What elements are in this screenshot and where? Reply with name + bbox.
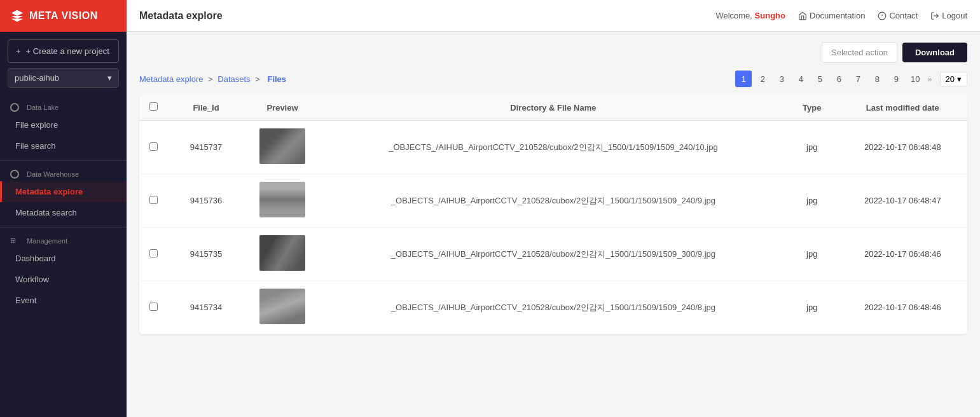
file-table: File_Id Preview Directory & File Name Ty… bbox=[139, 95, 967, 334]
preview-thumbnail bbox=[259, 235, 305, 271]
section-management-label: Management bbox=[27, 237, 67, 245]
row-modified: 2022-10-17 06:48:46 bbox=[838, 281, 967, 334]
row-checkbox[interactable] bbox=[139, 281, 168, 334]
page-more: » bbox=[926, 74, 933, 84]
sidebar-item-event[interactable]: Event bbox=[0, 290, 127, 311]
row-checkbox[interactable] bbox=[139, 174, 168, 228]
page-content: Selected action Download Metadata explor… bbox=[127, 32, 980, 417]
management-icon: ⊞ bbox=[10, 236, 19, 245]
sidebar-item-label: File search bbox=[15, 141, 56, 151]
row-type: jpg bbox=[786, 281, 838, 334]
sidebar-item-file-search[interactable]: File search bbox=[0, 135, 127, 156]
table-row: 9415736 _OBJECTS_/AIHUB_AirportCCTV_2105… bbox=[139, 174, 967, 228]
main-content: Metadata explore Welcome, Sungho Documen… bbox=[127, 0, 980, 417]
row-modified: 2022-10-17 06:48:47 bbox=[838, 174, 967, 228]
page-title: Metadata explore bbox=[139, 10, 223, 22]
data-warehouse-icon bbox=[10, 170, 19, 179]
sidebar-item-dashboard[interactable]: Dashboard bbox=[0, 248, 127, 269]
row-select-checkbox[interactable] bbox=[149, 249, 158, 257]
welcome-text: Welcome, Sungho bbox=[715, 11, 785, 20]
col-path: Directory & File Name bbox=[321, 95, 786, 121]
documentation-link[interactable]: Documentation bbox=[798, 11, 865, 20]
contact-icon bbox=[878, 11, 887, 20]
table-row: 9415737 _OBJECTS_/AIHUB_AirportCCTV_2105… bbox=[139, 121, 967, 174]
logout-label: Logout bbox=[942, 11, 967, 20]
row-modified: 2022-10-17 06:48:48 bbox=[838, 121, 967, 174]
row-file-id: 9415734 bbox=[168, 281, 244, 334]
row-checkbox[interactable] bbox=[139, 228, 168, 281]
section-data-lake: Data Lake bbox=[0, 98, 127, 114]
preview-thumbnail bbox=[259, 289, 305, 324]
documentation-label: Documentation bbox=[810, 11, 865, 20]
topbar-right: Welcome, Sungho Documentation Contact Lo… bbox=[715, 11, 967, 20]
table-header-row: File_Id Preview Directory & File Name Ty… bbox=[139, 95, 967, 121]
row-checkbox[interactable] bbox=[139, 121, 168, 174]
row-select-checkbox[interactable] bbox=[149, 196, 158, 204]
create-project-button[interactable]: + + Create a new project bbox=[8, 39, 119, 63]
sidebar-item-metadata-explore[interactable]: Metadata explore bbox=[0, 181, 127, 202]
breadcrumb-row: Metadata explore > Datasets > Files 1 2 … bbox=[139, 71, 967, 87]
breadcrumb-metadata-explore[interactable]: Metadata explore bbox=[139, 74, 203, 84]
breadcrumb-sep-2: > bbox=[255, 74, 262, 84]
create-project-label: + Create a new project bbox=[26, 46, 109, 56]
row-select-checkbox[interactable] bbox=[149, 303, 158, 311]
app-name: META VISION bbox=[29, 10, 98, 22]
page-4[interactable]: 4 bbox=[792, 71, 809, 87]
row-select-checkbox[interactable] bbox=[149, 142, 158, 151]
row-path: _OBJECTS_/AIHUB_AirportCCTV_210528/cubox… bbox=[321, 228, 786, 281]
data-lake-icon bbox=[10, 103, 19, 112]
sidebar-item-label: Event bbox=[15, 296, 36, 305]
page-8[interactable]: 8 bbox=[869, 71, 885, 87]
sidebar-item-label: Workflow bbox=[15, 275, 49, 284]
home-icon bbox=[798, 11, 807, 20]
table-row: 9415735 _OBJECTS_/AIHUB_AirportCCTV_2105… bbox=[139, 228, 967, 281]
logout-link[interactable]: Logout bbox=[930, 11, 967, 20]
sidebar-item-label: File explore bbox=[15, 120, 58, 130]
project-name: public-aihub bbox=[15, 73, 59, 83]
page-10[interactable]: 10 bbox=[907, 71, 923, 87]
page-9[interactable]: 9 bbox=[888, 71, 904, 87]
section-management: ⊞ Management bbox=[0, 231, 127, 248]
row-preview bbox=[244, 121, 321, 174]
create-project-plus: + bbox=[16, 46, 21, 56]
page-3[interactable]: 3 bbox=[773, 71, 790, 87]
page-6[interactable]: 6 bbox=[831, 71, 847, 87]
sidebar-divider-1 bbox=[0, 160, 127, 161]
logout-icon bbox=[930, 11, 939, 20]
breadcrumb: Metadata explore > Datasets > Files bbox=[139, 74, 289, 84]
breadcrumb-datasets[interactable]: Datasets bbox=[217, 74, 250, 84]
page-1[interactable]: 1 bbox=[735, 71, 752, 87]
section-data-lake-label: Data Lake bbox=[27, 104, 59, 111]
sidebar-item-workflow[interactable]: Workflow bbox=[0, 269, 127, 290]
col-checkbox bbox=[139, 95, 168, 121]
col-type: Type bbox=[786, 95, 838, 121]
table-row: 9415734 _OBJECTS_/AIHUB_AirportCCTV_2105… bbox=[139, 281, 967, 334]
action-bar: Selected action Download bbox=[139, 42, 967, 63]
select-all-checkbox[interactable] bbox=[149, 102, 158, 111]
col-preview: Preview bbox=[244, 95, 321, 121]
row-path: _OBJECTS_/AIHUB_AirportCCTV_210528/cubox… bbox=[321, 174, 786, 228]
page-size-selector[interactable]: 20 ▾ bbox=[940, 72, 967, 86]
sidebar-item-metadata-search[interactable]: Metadata search bbox=[0, 202, 127, 223]
col-file-id: File_Id bbox=[168, 95, 244, 121]
sidebar-item-label: Dashboard bbox=[15, 254, 56, 263]
breadcrumb-sep-1: > bbox=[208, 74, 215, 84]
row-type: jpg bbox=[786, 174, 838, 228]
page-size-value: 20 bbox=[946, 74, 955, 84]
preview-thumbnail bbox=[259, 182, 305, 217]
download-button[interactable]: Download bbox=[902, 43, 967, 62]
row-file-id: 9415736 bbox=[168, 174, 244, 228]
username: Sungho bbox=[755, 11, 785, 20]
contact-link[interactable]: Contact bbox=[878, 11, 918, 20]
project-selector[interactable]: public-aihub ▾ bbox=[8, 68, 119, 88]
row-path: _OBJECTS_/AIHUB_AirportCCTV_210528/cubox… bbox=[321, 121, 786, 174]
page-5[interactable]: 5 bbox=[811, 71, 828, 87]
col-modified: Last modified date bbox=[838, 95, 967, 121]
row-path: _OBJECTS_/AIHUB_AirportCCTV_210528/cubox… bbox=[321, 281, 786, 334]
page-7[interactable]: 7 bbox=[850, 71, 866, 87]
sidebar-item-file-explore[interactable]: File explore bbox=[0, 114, 127, 135]
page-2[interactable]: 2 bbox=[754, 71, 771, 87]
contact-label: Contact bbox=[889, 11, 918, 20]
row-modified: 2022-10-17 06:48:46 bbox=[838, 228, 967, 281]
chevron-down-icon: ▾ bbox=[107, 73, 112, 83]
